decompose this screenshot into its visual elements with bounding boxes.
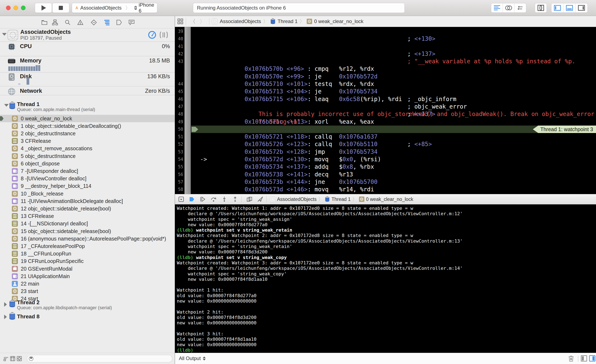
stack-frames-filter-icon[interactable] — [10, 356, 15, 361]
deemphasize-view-icon[interactable] — [159, 30, 169, 39]
disclosure-open-icon[interactable] — [4, 104, 9, 107]
close-window-button[interactable] — [6, 6, 11, 10]
stack-frame-row[interactable]: 21 UIApplicationMain — [0, 273, 175, 280]
stack-frame-row[interactable]: 11 -[UIViewAnimationBlockDelegate deallo… — [0, 197, 175, 205]
instruction-comment: ; <+137> — [407, 110, 435, 118]
stack-frame-row[interactable]: 9 __destroy_helper_block_114 — [0, 182, 175, 190]
run-button[interactable] — [35, 3, 52, 13]
memory-icon — [7, 57, 16, 66]
breadcrumb-thread[interactable]: Thread 1 — [278, 18, 298, 24]
simulate-location-button[interactable] — [256, 195, 265, 203]
filter-scope-icon[interactable] — [29, 356, 33, 361]
stack-frame-row[interactable]: 10 _Block_release — [0, 190, 175, 197]
thread-icon — [9, 300, 16, 308]
stack-frame-row[interactable]: 5 objc_destructInstance — [0, 152, 175, 160]
grid-filter-icon[interactable] — [17, 356, 22, 361]
console-line: new value: 0x0000000000000000 — [177, 320, 596, 326]
stop-button[interactable] — [52, 3, 69, 13]
debug-view-hierarchy-button[interactable] — [245, 195, 254, 203]
console-line: declare @ '/Users/leichunfeng/workspace/… — [177, 211, 596, 216]
breadcrumb-separator: 〉 — [300, 18, 305, 25]
test-navigator-icon[interactable] — [90, 19, 97, 26]
version-editor-button[interactable] — [514, 3, 526, 12]
step-into-button[interactable] — [220, 195, 229, 203]
stack-frame-row[interactable]: 3 CFRelease — [0, 137, 175, 145]
frame-icon — [12, 123, 18, 129]
filter-field[interactable] — [27, 355, 172, 362]
toggle-debug-area-button[interactable] — [563, 3, 575, 12]
thread-8-row[interactable]: Thread 8 — [0, 312, 175, 322]
toggle-variables-view-icon[interactable] — [581, 355, 587, 362]
disclosure-open-icon[interactable] — [2, 33, 7, 36]
step-over-button[interactable] — [209, 195, 218, 203]
issue-navigator-icon[interactable] — [77, 19, 84, 26]
report-navigator-icon[interactable] — [128, 19, 135, 26]
stack-frame-row[interactable]: 14 -[__NSDictionaryI dealloc] — [0, 220, 175, 227]
stop-icon — [59, 6, 63, 10]
stack-frame-row[interactable]: 22 main — [0, 280, 175, 287]
back-button[interactable]: 〈 — [190, 18, 195, 25]
forward-button[interactable]: 〉 — [200, 18, 205, 25]
debug-navigator-icon[interactable] — [103, 19, 111, 26]
scheme-selector[interactable]: AssociatedObjects 〉 iPhone 6 — [72, 3, 157, 13]
stack-frame-row[interactable]: 12 objc_object::sidetable_release(bool) — [0, 205, 175, 212]
toggle-inspectors-button[interactable] — [575, 3, 588, 12]
filter-input[interactable] — [35, 356, 172, 361]
console-line: declare @ '/Users/leichunfeng/workspace/… — [177, 238, 596, 244]
hide-debug-area-button[interactable] — [177, 195, 186, 203]
thread-2-row[interactable]: Thread 2 Queue: com.apple.libdispatch-ma… — [0, 299, 175, 312]
stack-frame-row[interactable]: 0 weak_clear_no_lock — [0, 115, 175, 122]
stack-frame-row[interactable]: 23 start — [0, 288, 175, 295]
gauge-indicator-icon[interactable] — [148, 30, 156, 39]
assistant-editor-button[interactable] — [503, 3, 514, 12]
thread-1-row[interactable]: Thread 1 Queue: com.apple.main-thread (s… — [0, 101, 175, 114]
disclosure-closed-icon[interactable] — [4, 315, 7, 319]
stack-frame-row[interactable]: 7 -[UIResponder dealloc] — [0, 167, 175, 175]
breakpoints-toggle-button[interactable] — [187, 195, 196, 203]
stack-frame-row[interactable]: 1 objc_object::sidetable_clearDeallocati… — [0, 122, 175, 130]
standard-editor-button[interactable] — [491, 3, 503, 12]
frame-label: 1 objc_object::sidetable_clearDeallocati… — [21, 123, 121, 129]
frame-label: 8 -[UIViewController dealloc] — [21, 176, 86, 182]
find-navigator-icon[interactable] — [64, 19, 71, 26]
dropdown-arrows-icon — [203, 357, 206, 360]
stack-frame-row[interactable]: 20 GSEventRunModal — [0, 265, 175, 273]
debugbar-crumb-frame[interactable]: 0 weak_clear_no_lock — [366, 197, 413, 202]
console-scope-dropdown[interactable]: All Output — [179, 356, 206, 361]
breadcrumb-project[interactable]: AssociatedObjects — [220, 18, 261, 24]
symbol-navigator-icon[interactable] — [51, 19, 59, 26]
breakpoint-navigator-icon[interactable] — [115, 19, 123, 26]
flatten-list-icon[interactable] — [3, 356, 9, 361]
stack-frame-row[interactable]: 17 _CFAutoreleasePoolPop — [0, 242, 175, 250]
stack-frame-row[interactable]: 15 objc_object::sidetable_release(bool) — [0, 227, 175, 235]
frame-icon — [12, 243, 18, 249]
stack-frame-row[interactable]: 16 (anonymous namespace)::AutoreleasePoo… — [0, 235, 175, 242]
frame-label: 17 _CFAutoreleasePoolPop — [21, 243, 85, 249]
toggle-console-view-icon[interactable] — [589, 355, 595, 362]
minimize-window-button[interactable] — [14, 6, 18, 10]
process-row[interactable]: AssociatedObjects PID 18797, Paused — [0, 29, 175, 42]
stack-frame-row[interactable]: 6 object_dispose — [0, 160, 175, 167]
debugbar-crumb-project[interactable]: AssociatedObjects — [277, 197, 316, 202]
line-number: 54 — [175, 156, 183, 163]
zoom-window-button[interactable] — [21, 6, 26, 10]
activity-status-field: Running AssociatedObjects on iPhone 6 — [193, 3, 405, 13]
continue-button[interactable] — [198, 195, 207, 203]
related-items-icon[interactable] — [177, 18, 184, 25]
stack-frame-row[interactable]: 4 _object_remove_assocations — [0, 145, 175, 152]
stack-frame-row[interactable]: 19 CFRunLoopRunSpecific — [0, 258, 175, 265]
debugbar-crumb-thread[interactable]: Thread 1 — [331, 197, 350, 202]
disclosure-closed-icon[interactable] — [4, 302, 7, 307]
stack-frame-row[interactable]: 13 CFRelease — [0, 213, 175, 220]
stack-frame-row[interactable]: 8 -[UIViewController dealloc] — [0, 175, 175, 182]
step-out-button[interactable] — [231, 195, 240, 203]
stack-frame-row[interactable]: 2 objc_destructInstance — [0, 130, 175, 137]
dual-page-button[interactable] — [535, 3, 547, 12]
project-navigator-icon[interactable] — [41, 19, 48, 26]
clear-console-icon[interactable] — [568, 355, 574, 362]
breadcrumb-frame[interactable]: 0 weak_clear_no_lock — [314, 18, 363, 24]
stack-frame-row[interactable]: 18 __CFRunLoopRun — [0, 250, 175, 258]
navigator-filter-bar — [0, 353, 175, 364]
frame-icon — [12, 236, 18, 242]
toggle-navigator-button[interactable] — [551, 3, 563, 12]
